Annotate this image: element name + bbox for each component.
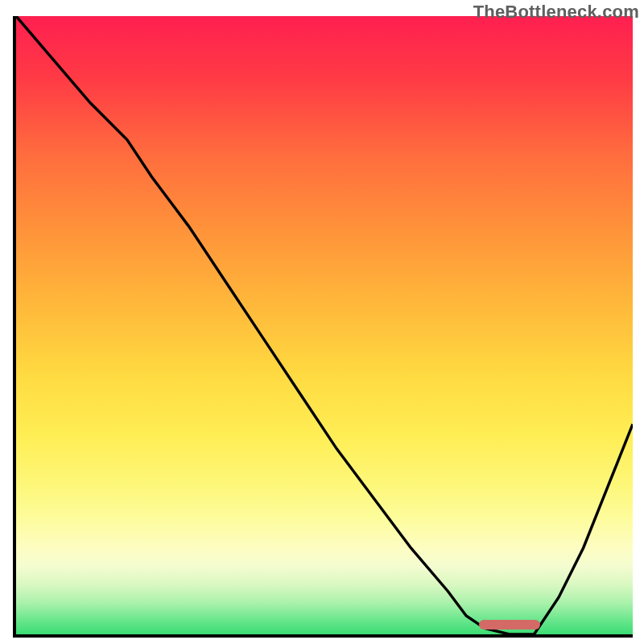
plot-area — [13, 16, 633, 638]
x-axis — [13, 634, 633, 638]
chart-stage: TheBottleneck.com — [0, 0, 644, 644]
curve-svg — [16, 16, 633, 634]
flat-segment-marker — [479, 620, 541, 630]
y-axis — [13, 16, 16, 638]
watermark-text: TheBottleneck.com — [473, 2, 639, 23]
bottleneck-curve — [16, 16, 633, 634]
